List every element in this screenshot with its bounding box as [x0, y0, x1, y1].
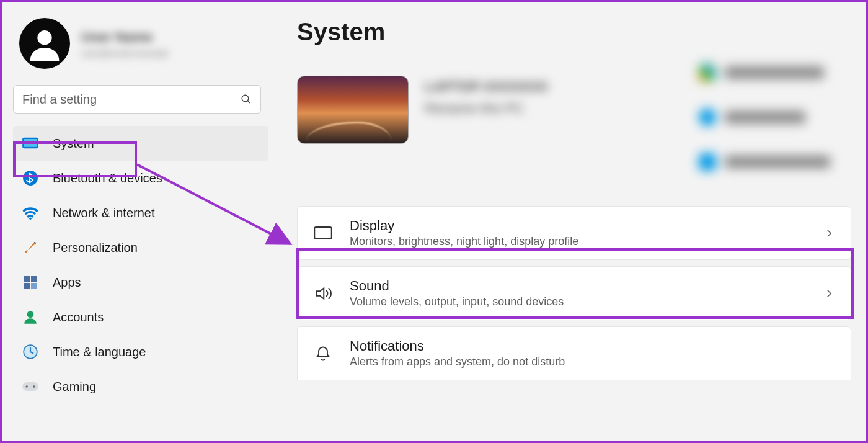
sidebar-item-label: System	[53, 136, 94, 151]
sidebar-item-label: Accounts	[53, 310, 104, 324]
sidebar-item-label: Bluetooth & devices	[53, 171, 162, 186]
svg-rect-4	[24, 139, 37, 147]
chevron-right-icon	[823, 228, 835, 239]
sidebar-item-time[interactable]: Time & language	[13, 334, 268, 369]
sidebar-item-network[interactable]: Network & internet	[13, 195, 268, 230]
card-title: Notifications	[350, 338, 835, 354]
bluetooth-icon	[22, 169, 39, 187]
clock-globe-icon	[22, 343, 39, 360]
sidebar-item-label: Network & internet	[53, 206, 155, 220]
sidebar-item-bluetooth[interactable]: Bluetooth & devices	[13, 161, 268, 195]
sidebar-nav: System Bluetooth & devices Network & int…	[13, 126, 268, 404]
avatar[interactable]	[19, 18, 70, 69]
svg-rect-8	[31, 276, 37, 282]
card-title: Sound	[350, 278, 806, 294]
svg-point-6	[29, 218, 32, 220]
svg-rect-7	[24, 276, 30, 282]
sound-icon	[314, 284, 332, 303]
search-icon	[241, 94, 252, 105]
card-title: Display	[350, 218, 806, 234]
profile-section[interactable]: User Name user@email.example	[13, 13, 268, 85]
settings-card-notifications[interactable]: Notifications Alerts from apps and syste…	[297, 326, 851, 380]
accounts-icon	[22, 308, 39, 326]
card-subtitle: Volume levels, output, input, sound devi…	[350, 295, 806, 308]
svg-point-0	[37, 30, 51, 45]
sidebar-item-personalization[interactable]: Personalization	[13, 230, 268, 265]
card-subtitle: Monitors, brightness, night light, displ…	[350, 235, 806, 248]
gamepad-icon	[22, 378, 39, 395]
profile-text-redacted: User Name user@email.example	[81, 29, 169, 58]
page-title: System	[297, 18, 851, 46]
sidebar-item-label: Apps	[53, 275, 81, 290]
sidebar-item-label: Personalization	[53, 241, 138, 255]
search-box[interactable]	[13, 85, 261, 114]
card-subtitle: Alerts from apps and system, do not dist…	[350, 356, 835, 369]
display-icon	[314, 224, 332, 243]
paintbrush-icon	[22, 239, 39, 256]
sidebar-item-gaming[interactable]: Gaming	[13, 369, 268, 404]
svg-point-14	[25, 385, 28, 388]
settings-card-sound[interactable]: Sound Volume levels, output, input, soun…	[297, 266, 851, 320]
settings-card-display[interactable]: Display Monitors, brightness, night ligh…	[297, 206, 851, 260]
svg-rect-16	[314, 227, 332, 239]
sidebar-item-label: Time & language	[53, 345, 146, 359]
device-text-redacted: LAPTOP-XXXXXXX Rename this PC	[425, 76, 548, 141]
person-icon	[27, 26, 62, 61]
sidebar-item-accounts[interactable]: Accounts	[13, 300, 268, 334]
svg-rect-13	[22, 382, 38, 391]
device-thumbnail	[297, 76, 409, 144]
right-links-redacted	[699, 64, 848, 198]
sidebar-item-system[interactable]: System	[13, 126, 268, 161]
svg-point-15	[33, 385, 35, 388]
svg-line-2	[247, 101, 250, 103]
sidebar-item-label: Gaming	[53, 380, 96, 394]
system-icon	[22, 135, 39, 152]
apps-icon	[22, 274, 39, 291]
sidebar-item-apps[interactable]: Apps	[13, 265, 268, 300]
svg-rect-10	[31, 283, 37, 289]
wifi-icon	[22, 204, 39, 222]
search-input[interactable]	[22, 92, 241, 107]
svg-rect-9	[24, 283, 30, 289]
sidebar: User Name user@email.example System Blue…	[2, 2, 268, 441]
chevron-right-icon	[823, 288, 835, 299]
svg-point-1	[242, 95, 249, 102]
bell-icon	[314, 344, 332, 363]
settings-list: Display Monitors, brightness, night ligh…	[297, 206, 851, 380]
svg-point-11	[27, 311, 34, 318]
